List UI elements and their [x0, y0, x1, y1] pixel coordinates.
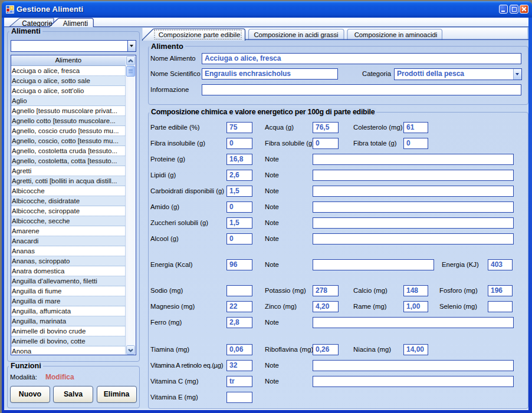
svg-text:Composizione in acidi grassi: Composizione in acidi grassi	[254, 31, 338, 38]
svg-text:Categorie: Categorie	[22, 19, 52, 28]
svg-text:Composizione in aminoacidi: Composizione in aminoacidi	[354, 31, 438, 38]
svg-text:Composizione parte edibile: Composizione parte edibile	[159, 31, 241, 38]
svg-text:Alimenti: Alimenti	[63, 19, 88, 28]
